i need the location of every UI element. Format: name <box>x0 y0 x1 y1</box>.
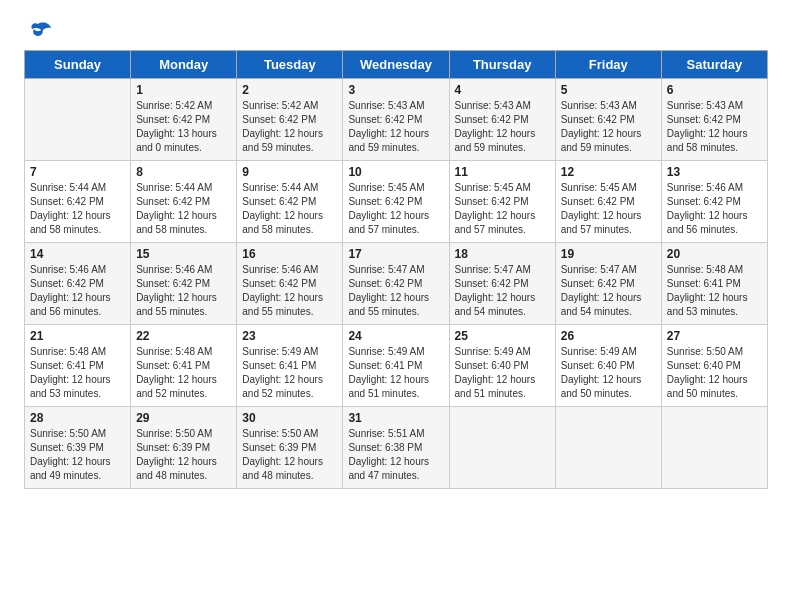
calendar-cell: 17Sunrise: 5:47 AMSunset: 6:42 PMDayligh… <box>343 243 449 325</box>
calendar-cell: 1Sunrise: 5:42 AMSunset: 6:42 PMDaylight… <box>131 79 237 161</box>
calendar-cell: 6Sunrise: 5:43 AMSunset: 6:42 PMDaylight… <box>661 79 767 161</box>
day-info: Sunrise: 5:46 AMSunset: 6:42 PMDaylight:… <box>136 264 217 317</box>
calendar-table: SundayMondayTuesdayWednesdayThursdayFrid… <box>24 50 768 489</box>
day-number: 30 <box>242 411 337 425</box>
day-number: 14 <box>30 247 125 261</box>
day-number: 11 <box>455 165 550 179</box>
calendar-cell <box>555 407 661 489</box>
day-info: Sunrise: 5:49 AMSunset: 6:41 PMDaylight:… <box>242 346 323 399</box>
logo-bird-icon <box>24 20 52 42</box>
day-info: Sunrise: 5:42 AMSunset: 6:42 PMDaylight:… <box>136 100 217 153</box>
day-info: Sunrise: 5:45 AMSunset: 6:42 PMDaylight:… <box>455 182 536 235</box>
calendar-cell: 29Sunrise: 5:50 AMSunset: 6:39 PMDayligh… <box>131 407 237 489</box>
calendar-cell: 12Sunrise: 5:45 AMSunset: 6:42 PMDayligh… <box>555 161 661 243</box>
day-number: 29 <box>136 411 231 425</box>
day-number: 21 <box>30 329 125 343</box>
day-info: Sunrise: 5:42 AMSunset: 6:42 PMDaylight:… <box>242 100 323 153</box>
calendar-cell: 26Sunrise: 5:49 AMSunset: 6:40 PMDayligh… <box>555 325 661 407</box>
day-number: 7 <box>30 165 125 179</box>
day-info: Sunrise: 5:47 AMSunset: 6:42 PMDaylight:… <box>348 264 429 317</box>
day-info: Sunrise: 5:50 AMSunset: 6:39 PMDaylight:… <box>136 428 217 481</box>
day-info: Sunrise: 5:49 AMSunset: 6:41 PMDaylight:… <box>348 346 429 399</box>
day-info: Sunrise: 5:48 AMSunset: 6:41 PMDaylight:… <box>667 264 748 317</box>
calendar-cell: 28Sunrise: 5:50 AMSunset: 6:39 PMDayligh… <box>25 407 131 489</box>
day-number: 17 <box>348 247 443 261</box>
calendar-cell: 3Sunrise: 5:43 AMSunset: 6:42 PMDaylight… <box>343 79 449 161</box>
calendar-cell: 15Sunrise: 5:46 AMSunset: 6:42 PMDayligh… <box>131 243 237 325</box>
day-info: Sunrise: 5:47 AMSunset: 6:42 PMDaylight:… <box>455 264 536 317</box>
day-number: 25 <box>455 329 550 343</box>
day-number: 22 <box>136 329 231 343</box>
day-number: 8 <box>136 165 231 179</box>
calendar-cell: 8Sunrise: 5:44 AMSunset: 6:42 PMDaylight… <box>131 161 237 243</box>
header-day-saturday: Saturday <box>661 51 767 79</box>
calendar-week-5: 28Sunrise: 5:50 AMSunset: 6:39 PMDayligh… <box>25 407 768 489</box>
calendar-cell <box>25 79 131 161</box>
day-info: Sunrise: 5:45 AMSunset: 6:42 PMDaylight:… <box>348 182 429 235</box>
header-day-thursday: Thursday <box>449 51 555 79</box>
calendar-cell: 5Sunrise: 5:43 AMSunset: 6:42 PMDaylight… <box>555 79 661 161</box>
logo <box>24 20 56 42</box>
day-number: 20 <box>667 247 762 261</box>
calendar-cell: 2Sunrise: 5:42 AMSunset: 6:42 PMDaylight… <box>237 79 343 161</box>
day-info: Sunrise: 5:50 AMSunset: 6:39 PMDaylight:… <box>30 428 111 481</box>
day-number: 15 <box>136 247 231 261</box>
day-number: 2 <box>242 83 337 97</box>
day-info: Sunrise: 5:43 AMSunset: 6:42 PMDaylight:… <box>667 100 748 153</box>
calendar-week-3: 14Sunrise: 5:46 AMSunset: 6:42 PMDayligh… <box>25 243 768 325</box>
day-number: 16 <box>242 247 337 261</box>
calendar-cell: 19Sunrise: 5:47 AMSunset: 6:42 PMDayligh… <box>555 243 661 325</box>
header-day-monday: Monday <box>131 51 237 79</box>
calendar-cell: 13Sunrise: 5:46 AMSunset: 6:42 PMDayligh… <box>661 161 767 243</box>
calendar-header-row: SundayMondayTuesdayWednesdayThursdayFrid… <box>25 51 768 79</box>
calendar-week-2: 7Sunrise: 5:44 AMSunset: 6:42 PMDaylight… <box>25 161 768 243</box>
calendar-cell: 10Sunrise: 5:45 AMSunset: 6:42 PMDayligh… <box>343 161 449 243</box>
calendar-week-1: 1Sunrise: 5:42 AMSunset: 6:42 PMDaylight… <box>25 79 768 161</box>
calendar-cell: 20Sunrise: 5:48 AMSunset: 6:41 PMDayligh… <box>661 243 767 325</box>
header-day-wednesday: Wednesday <box>343 51 449 79</box>
day-info: Sunrise: 5:48 AMSunset: 6:41 PMDaylight:… <box>136 346 217 399</box>
day-info: Sunrise: 5:46 AMSunset: 6:42 PMDaylight:… <box>30 264 111 317</box>
calendar-cell: 9Sunrise: 5:44 AMSunset: 6:42 PMDaylight… <box>237 161 343 243</box>
day-info: Sunrise: 5:47 AMSunset: 6:42 PMDaylight:… <box>561 264 642 317</box>
header-day-tuesday: Tuesday <box>237 51 343 79</box>
calendar-cell: 31Sunrise: 5:51 AMSunset: 6:38 PMDayligh… <box>343 407 449 489</box>
day-number: 5 <box>561 83 656 97</box>
calendar-cell: 14Sunrise: 5:46 AMSunset: 6:42 PMDayligh… <box>25 243 131 325</box>
day-number: 12 <box>561 165 656 179</box>
day-number: 13 <box>667 165 762 179</box>
header-day-friday: Friday <box>555 51 661 79</box>
day-number: 19 <box>561 247 656 261</box>
calendar-cell <box>449 407 555 489</box>
day-info: Sunrise: 5:44 AMSunset: 6:42 PMDaylight:… <box>242 182 323 235</box>
day-info: Sunrise: 5:50 AMSunset: 6:40 PMDaylight:… <box>667 346 748 399</box>
day-number: 24 <box>348 329 443 343</box>
calendar-cell: 18Sunrise: 5:47 AMSunset: 6:42 PMDayligh… <box>449 243 555 325</box>
day-info: Sunrise: 5:48 AMSunset: 6:41 PMDaylight:… <box>30 346 111 399</box>
calendar-cell: 11Sunrise: 5:45 AMSunset: 6:42 PMDayligh… <box>449 161 555 243</box>
day-info: Sunrise: 5:46 AMSunset: 6:42 PMDaylight:… <box>667 182 748 235</box>
day-number: 3 <box>348 83 443 97</box>
day-number: 18 <box>455 247 550 261</box>
day-info: Sunrise: 5:49 AMSunset: 6:40 PMDaylight:… <box>561 346 642 399</box>
day-info: Sunrise: 5:43 AMSunset: 6:42 PMDaylight:… <box>561 100 642 153</box>
calendar-week-4: 21Sunrise: 5:48 AMSunset: 6:41 PMDayligh… <box>25 325 768 407</box>
day-info: Sunrise: 5:50 AMSunset: 6:39 PMDaylight:… <box>242 428 323 481</box>
day-info: Sunrise: 5:45 AMSunset: 6:42 PMDaylight:… <box>561 182 642 235</box>
day-number: 6 <box>667 83 762 97</box>
day-number: 28 <box>30 411 125 425</box>
calendar-cell: 4Sunrise: 5:43 AMSunset: 6:42 PMDaylight… <box>449 79 555 161</box>
day-number: 9 <box>242 165 337 179</box>
day-info: Sunrise: 5:43 AMSunset: 6:42 PMDaylight:… <box>455 100 536 153</box>
day-info: Sunrise: 5:43 AMSunset: 6:42 PMDaylight:… <box>348 100 429 153</box>
calendar-cell: 22Sunrise: 5:48 AMSunset: 6:41 PMDayligh… <box>131 325 237 407</box>
day-number: 26 <box>561 329 656 343</box>
header <box>24 20 768 42</box>
day-info: Sunrise: 5:49 AMSunset: 6:40 PMDaylight:… <box>455 346 536 399</box>
day-info: Sunrise: 5:51 AMSunset: 6:38 PMDaylight:… <box>348 428 429 481</box>
day-number: 31 <box>348 411 443 425</box>
day-number: 4 <box>455 83 550 97</box>
calendar-cell: 30Sunrise: 5:50 AMSunset: 6:39 PMDayligh… <box>237 407 343 489</box>
day-number: 27 <box>667 329 762 343</box>
calendar-cell: 7Sunrise: 5:44 AMSunset: 6:42 PMDaylight… <box>25 161 131 243</box>
